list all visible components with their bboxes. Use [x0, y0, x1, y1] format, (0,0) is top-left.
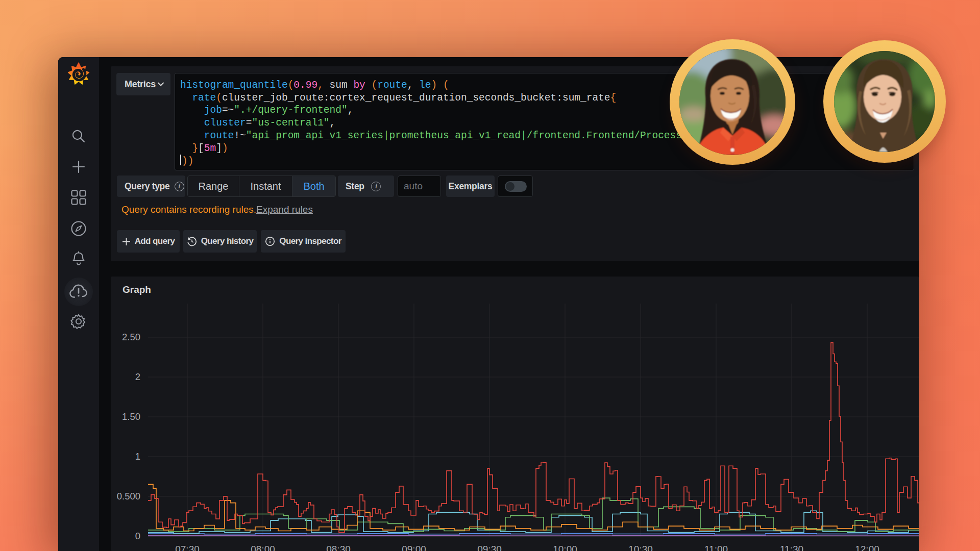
svg-text:2: 2 [135, 371, 140, 382]
svg-text:08:00: 08:00 [251, 544, 275, 551]
svg-text:09:00: 09:00 [402, 544, 426, 551]
svg-text:10:00: 10:00 [553, 544, 577, 551]
svg-text:11:00: 11:00 [704, 544, 728, 551]
svg-text:1.50: 1.50 [122, 411, 140, 422]
svg-text:11:30: 11:30 [780, 544, 803, 551]
svg-text:2.50: 2.50 [122, 332, 140, 342]
svg-text:07:30: 07:30 [175, 544, 200, 551]
svg-text:0.500: 0.500 [117, 491, 140, 502]
svg-text:08:30: 08:30 [326, 544, 351, 551]
svg-text:0: 0 [135, 531, 140, 541]
svg-text:1: 1 [135, 451, 140, 462]
svg-text:12:00: 12:00 [855, 544, 879, 551]
svg-text:10:30: 10:30 [628, 544, 653, 551]
svg-text:09:30: 09:30 [477, 544, 502, 551]
